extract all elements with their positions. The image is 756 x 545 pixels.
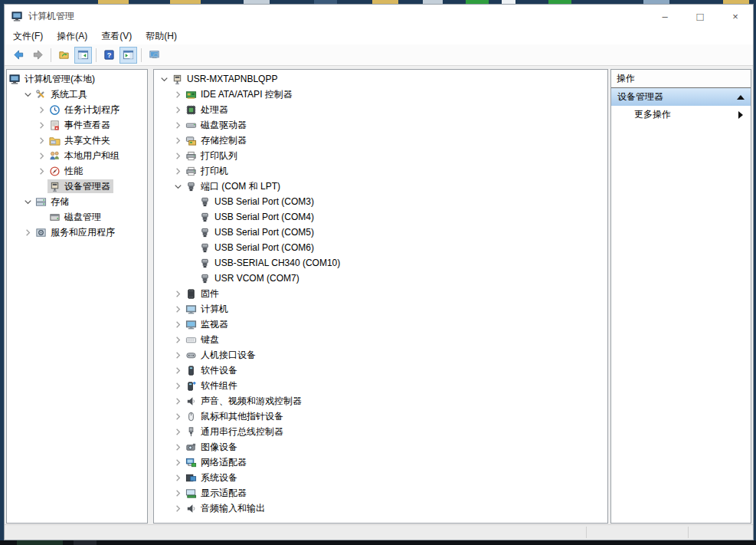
chevron-right-icon[interactable] <box>172 456 184 468</box>
chevron-right-icon[interactable] <box>172 149 184 162</box>
menu-help[interactable]: 帮助(H) <box>139 28 184 44</box>
back-button[interactable] <box>10 47 28 64</box>
sidebar-item-local-users-groups[interactable]: 本地用户和组 <box>7 148 147 163</box>
sidebar-item-task-scheduler[interactable]: 任务计划程序 <box>7 102 147 117</box>
tree-node[interactable]: USB-SERIAL CH340 (COM10) <box>198 256 343 270</box>
maximize-button[interactable]: □ <box>682 5 718 28</box>
tree-node[interactable]: 处理器 <box>184 103 231 117</box>
chevron-right-icon[interactable] <box>172 88 184 100</box>
sidebar-item-performance[interactable]: 性能 <box>7 163 147 179</box>
device-node-storage-controllers[interactable]: 存储控制器 <box>154 133 607 148</box>
console-tree-toggle-button[interactable] <box>74 47 92 64</box>
device-node-root[interactable]: USR-MXTAPNBLQPP <box>154 71 607 87</box>
tree-node[interactable]: 存储 <box>34 195 72 208</box>
device-node-ide-controllers[interactable]: IDE ATA/ATAPI 控制器 <box>154 87 607 102</box>
tree-node[interactable]: 软件设备 <box>184 363 241 377</box>
tree-node[interactable]: 音频输入和输出 <box>184 501 268 515</box>
chevron-right-icon[interactable] <box>172 395 184 407</box>
tree-node[interactable]: 人机接口设备 <box>184 348 259 362</box>
chevron-right-icon[interactable] <box>35 103 47 116</box>
tree-node[interactable]: 图像设备 <box>184 440 241 454</box>
chevron-right-icon[interactable] <box>172 487 184 499</box>
chevron-right-icon[interactable] <box>172 333 184 346</box>
chevron-right-icon[interactable] <box>172 303 184 315</box>
device-node-software-components[interactable]: 软件组件 <box>154 378 607 393</box>
device-node-imaging-devices[interactable]: 图像设备 <box>154 439 607 455</box>
chevron-right-icon[interactable] <box>35 149 47 162</box>
chevron-right-icon[interactable] <box>172 119 184 131</box>
device-node-com7-usr-vcom[interactable]: USR VCOM (COM7) <box>154 271 607 286</box>
tree-node[interactable]: 设备管理器 <box>47 179 113 193</box>
tree-node[interactable]: 计算机管理(本地) <box>8 72 98 86</box>
device-node-usb-controllers[interactable]: 通用串行总线控制器 <box>154 424 607 439</box>
device-node-display-adapters[interactable]: 显示适配器 <box>154 485 607 501</box>
device-node-com5[interactable]: USB Serial Port (COM5) <box>154 225 607 240</box>
sidebar-item-computer-management-local[interactable]: 计算机管理(本地) <box>7 71 147 87</box>
tree-node[interactable]: 系统设备 <box>184 471 241 484</box>
menu-action[interactable]: 操作(A) <box>50 28 94 44</box>
tree-node[interactable]: 通用串行总线控制器 <box>184 425 286 438</box>
close-button[interactable]: × <box>718 5 753 28</box>
sidebar-item-services-applications[interactable]: 服务和应用程序 <box>7 225 147 240</box>
chevron-down-icon[interactable] <box>21 88 34 100</box>
menu-file[interactable]: 文件(F) <box>6 28 50 44</box>
tree-node[interactable]: IDE ATA/ATAPI 控制器 <box>184 87 296 101</box>
tree-node[interactable]: 打印队列 <box>184 149 241 163</box>
sidebar-item-disk-management[interactable]: 磁盘管理 <box>7 209 147 225</box>
device-node-network-adapters[interactable]: 网络适配器 <box>154 455 607 470</box>
chevron-right-icon[interactable] <box>21 226 34 238</box>
sidebar-item-storage[interactable]: 存储 <box>7 194 147 209</box>
help-button[interactable]: ? <box>100 47 118 64</box>
chevron-right-icon[interactable] <box>172 502 184 514</box>
chevron-right-icon[interactable] <box>172 379 184 392</box>
device-node-hid-devices[interactable]: 人机接口设备 <box>154 347 607 363</box>
chevron-right-icon[interactable] <box>172 441 184 453</box>
tree-node[interactable]: USB Serial Port (COM4) <box>198 210 317 224</box>
tree-node[interactable]: 鼠标和其他指针设备 <box>184 409 286 423</box>
tree-node[interactable]: 打印机 <box>184 164 231 178</box>
device-node-printers[interactable]: 打印机 <box>154 163 607 179</box>
more-actions-item[interactable]: 更多操作 <box>611 106 751 123</box>
device-node-disk-drives[interactable]: 磁盘驱动器 <box>154 117 607 133</box>
action-pane-group-device-manager[interactable]: 设备管理器 <box>611 88 751 106</box>
device-node-audio-io[interactable]: 音频输入和输出 <box>154 501 607 516</box>
device-node-software-devices[interactable]: 软件设备 <box>154 363 607 378</box>
device-node-processors[interactable]: 处理器 <box>154 102 607 117</box>
sidebar-item-system-tools[interactable]: 系统工具 <box>7 87 147 102</box>
device-node-com10-ch340[interactable]: USB-SERIAL CH340 (COM10) <box>154 255 607 271</box>
tree-node[interactable]: 固件 <box>184 287 222 300</box>
device-node-sound-video-game[interactable]: 声音、视频和游戏控制器 <box>154 393 607 409</box>
device-node-computer[interactable]: 计算机 <box>154 301 607 317</box>
tree-node[interactable]: 软件组件 <box>184 379 241 392</box>
collapse-arrow-icon[interactable] <box>737 95 745 100</box>
tree-node[interactable]: 存储控制器 <box>184 133 250 147</box>
action-pane-toggle-button[interactable] <box>119 47 137 64</box>
device-node-firmware[interactable]: 固件 <box>154 286 607 301</box>
chevron-right-icon[interactable] <box>172 318 184 330</box>
chevron-right-icon[interactable] <box>172 134 184 146</box>
device-node-print-queues[interactable]: 打印队列 <box>154 148 607 163</box>
tree-node[interactable]: 显示适配器 <box>184 486 250 500</box>
tree-node[interactable]: 本地用户和组 <box>47 149 123 163</box>
tree-node[interactable]: USR-MXTAPNBLQPP <box>170 72 280 86</box>
chevron-right-icon[interactable] <box>172 287 184 300</box>
tree-node[interactable]: USR VCOM (COM7) <box>198 271 303 285</box>
device-node-ports-com-lpt[interactable]: 端口 (COM 和 LPT) <box>154 179 607 194</box>
menu-view[interactable]: 查看(V) <box>94 28 139 44</box>
export-list-button[interactable] <box>55 47 73 64</box>
chevron-right-icon[interactable] <box>172 103 184 116</box>
device-node-system-devices[interactable]: 系统设备 <box>154 470 607 485</box>
tree-node[interactable]: 事件查看器 <box>47 118 113 132</box>
minimize-button[interactable]: – <box>647 5 682 28</box>
sidebar-item-event-viewer[interactable]: 事件查看器 <box>7 117 147 133</box>
device-node-com6[interactable]: USB Serial Port (COM6) <box>154 240 607 255</box>
tree-node[interactable]: USB Serial Port (COM3) <box>198 195 317 208</box>
device-node-keyboards[interactable]: 键盘 <box>154 332 607 347</box>
popup-window-button[interactable] <box>146 47 163 64</box>
device-node-com4[interactable]: USB Serial Port (COM4) <box>154 209 607 225</box>
tree-node[interactable]: 服务和应用程序 <box>34 225 118 239</box>
tree-node[interactable]: 计算机 <box>184 302 231 316</box>
device-node-com3[interactable]: USB Serial Port (COM3) <box>154 194 607 209</box>
tree-node[interactable]: 22共享文件夹 <box>47 133 113 147</box>
chevron-right-icon[interactable] <box>172 471 184 484</box>
